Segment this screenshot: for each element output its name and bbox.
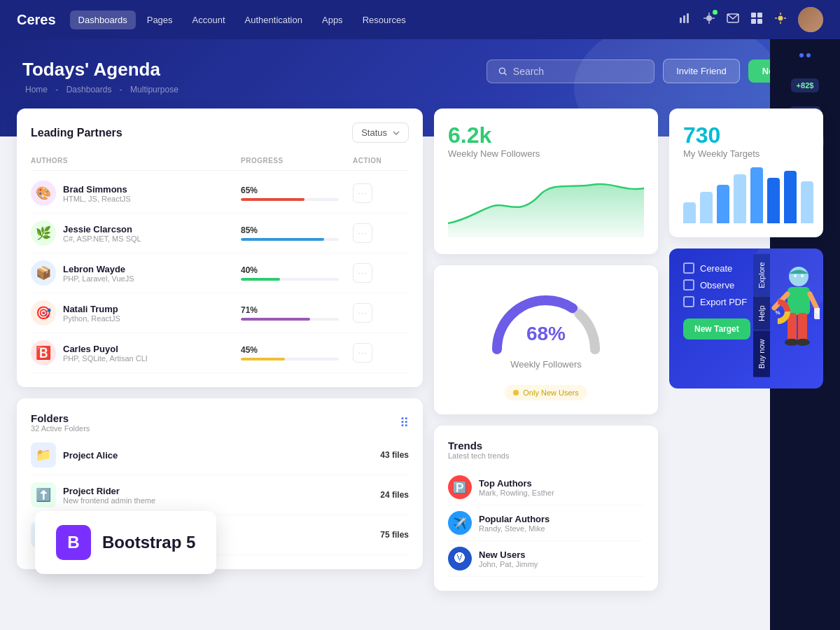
message-icon[interactable] bbox=[727, 12, 739, 27]
svg-rect-1 bbox=[683, 15, 685, 23]
bar-item bbox=[717, 185, 729, 223]
nav-link-account[interactable]: Account bbox=[184, 10, 234, 29]
trend-authors: John, Pat, Jimmy bbox=[479, 560, 538, 568]
folders-menu-icon[interactable]: ⠿ bbox=[400, 415, 409, 430]
svg-rect-2 bbox=[687, 13, 689, 23]
side-tab-buy-now[interactable]: Buy now bbox=[753, 330, 770, 377]
table-row: 🅱️ Carles Puyol PHP, SQLite, Artisan CLI… bbox=[31, 333, 409, 373]
promo-option-checkbox[interactable] bbox=[683, 279, 694, 290]
partner-tech: HTML, JS, ReactJS bbox=[63, 195, 131, 203]
sparkle-icon[interactable] bbox=[703, 12, 715, 27]
partner-tech: Python, ReactJS bbox=[63, 314, 120, 323]
followers-card: 6.2k Weekly New Followers bbox=[434, 108, 658, 254]
col-action: ACTION bbox=[353, 157, 409, 164]
progress-bar-bg bbox=[241, 238, 339, 241]
folder-info: 📁 Project Alice bbox=[31, 442, 118, 468]
hero-actions: Invite Friend New Goal bbox=[486, 59, 818, 83]
folder-item: 📁 Project Alice 43 files bbox=[31, 435, 409, 475]
partner-avatar: 📦 bbox=[31, 260, 56, 286]
nav-link-dashboards[interactable]: Dashboards bbox=[70, 10, 136, 29]
side-tab-explore[interactable]: Explore bbox=[753, 253, 770, 296]
svg-point-29 bbox=[796, 339, 810, 346]
partner-avatar: 🎨 bbox=[31, 181, 56, 206]
invite-friend-button[interactable]: Invite Friend bbox=[663, 59, 740, 83]
only-new-users-badge: Only New Users bbox=[505, 385, 587, 400]
progress-col: 71% bbox=[241, 305, 353, 321]
svg-point-13 bbox=[778, 16, 783, 21]
trend-item: 🅥 New Users John, Pat, Jimmy bbox=[448, 541, 644, 577]
action-menu-button[interactable]: ··· bbox=[353, 303, 372, 323]
analytics-icon[interactable] bbox=[679, 12, 692, 27]
promo-option-label: Cereate bbox=[700, 263, 732, 274]
nav-link-authentication[interactable]: Authentication bbox=[237, 10, 311, 29]
breadcrumb-dashboards[interactable]: Dashboards bbox=[66, 85, 112, 94]
action-menu-button[interactable]: ··· bbox=[353, 223, 372, 243]
gauge-wrapper: 68% Weekly Followers Only New Users bbox=[448, 279, 644, 400]
warning-dot bbox=[513, 390, 519, 396]
bar-col bbox=[784, 171, 797, 223]
card-header: Leading Partners Status bbox=[31, 122, 409, 143]
breadcrumb-multipurpose: Multipurpose bbox=[130, 85, 178, 94]
search-input[interactable] bbox=[513, 66, 643, 77]
followers-label: Weekly New Followers bbox=[448, 148, 644, 159]
new-target-button[interactable]: New Target bbox=[683, 318, 750, 340]
grid-icon[interactable] bbox=[750, 12, 763, 27]
trends-card: Trends Latest tech trends 🅿️ Top Authors… bbox=[434, 426, 658, 591]
partner-avatar: 🌿 bbox=[31, 220, 56, 246]
search-box[interactable] bbox=[486, 59, 654, 83]
partner-tech: PHP, SQLite, Artisan CLI bbox=[63, 354, 148, 363]
chevron-down-icon bbox=[393, 131, 400, 135]
gauge-card: 68% Weekly Followers Only New Users bbox=[434, 265, 658, 414]
partners-list: 🎨 Brad Simmons HTML, JS, ReactJS 65% ···… bbox=[31, 174, 409, 373]
bar-item bbox=[683, 202, 696, 223]
folders-subtitle: 32 Active Folders bbox=[31, 424, 90, 433]
nav-link-resources[interactable]: Resources bbox=[354, 10, 414, 29]
trend-authors: Mark, Rowling, Esther bbox=[479, 489, 554, 497]
col-authors: AUTHORS bbox=[31, 157, 241, 164]
status-dropdown[interactable]: Status bbox=[352, 122, 409, 143]
left-column: Leading Partners Status AUTHORS PROGRESS… bbox=[17, 108, 423, 569]
dark-panel-dot bbox=[799, 53, 804, 57]
side-tab-help[interactable]: Help bbox=[753, 297, 770, 330]
svg-rect-12 bbox=[757, 19, 762, 24]
svg-point-31 bbox=[801, 274, 804, 277]
svg-point-30 bbox=[794, 274, 797, 277]
svg-text:68%: 68% bbox=[526, 323, 566, 344]
partner-name: Natali Trump bbox=[63, 304, 120, 314]
action-menu-button[interactable]: ··· bbox=[353, 263, 372, 283]
progress-label: 71% bbox=[241, 305, 353, 315]
partner-info: 🎨 Brad Simmons HTML, JS, ReactJS bbox=[31, 181, 241, 206]
trend-icon: ✈️ bbox=[448, 511, 472, 535]
svg-point-21 bbox=[789, 267, 808, 286]
progress-bar-fill bbox=[241, 198, 304, 201]
trends-list: 🅿️ Top Authors Mark, Rowling, Esther ✈️ … bbox=[448, 470, 644, 577]
folder-name: Project Alice bbox=[63, 450, 118, 461]
followers-chart bbox=[448, 167, 644, 237]
progress-bar-fill bbox=[241, 278, 280, 281]
svg-rect-10 bbox=[757, 13, 762, 18]
bar-item bbox=[700, 192, 713, 223]
promo-option-label: Export PDF bbox=[700, 297, 747, 307]
bar-col bbox=[683, 202, 696, 223]
bar-col bbox=[801, 181, 813, 223]
avatar[interactable] bbox=[798, 7, 823, 32]
breadcrumb-home[interactable]: Home bbox=[25, 85, 48, 94]
nav-link-pages[interactable]: Pages bbox=[139, 10, 181, 29]
sun-icon[interactable] bbox=[774, 12, 787, 27]
nav-link-apps[interactable]: Apps bbox=[314, 10, 351, 29]
promo-option-checkbox[interactable] bbox=[683, 262, 694, 274]
bar-col bbox=[717, 185, 729, 223]
action-menu-button[interactable]: ··· bbox=[353, 183, 372, 203]
action-menu-button[interactable]: ··· bbox=[353, 343, 372, 363]
partner-name: Lebron Wayde bbox=[63, 264, 134, 274]
partner-avatar: 🅱️ bbox=[31, 340, 56, 365]
col-progress: PROGRESS bbox=[241, 157, 353, 164]
bootstrap-label: Bootstrap 5 bbox=[102, 533, 195, 552]
navbar: Ceres Dashboards Pages Account Authentic… bbox=[0, 0, 840, 39]
promo-option-checkbox[interactable] bbox=[683, 296, 694, 307]
targets-number: 730 bbox=[683, 122, 809, 148]
partner-info: 🌿 Jessie Clarcson C#, ASP.NET, MS SQL bbox=[31, 220, 241, 246]
weekly-followers-label: Weekly Followers bbox=[510, 359, 582, 370]
partner-name: Brad Simmons bbox=[63, 184, 131, 195]
folder-files: 43 files bbox=[380, 450, 409, 460]
